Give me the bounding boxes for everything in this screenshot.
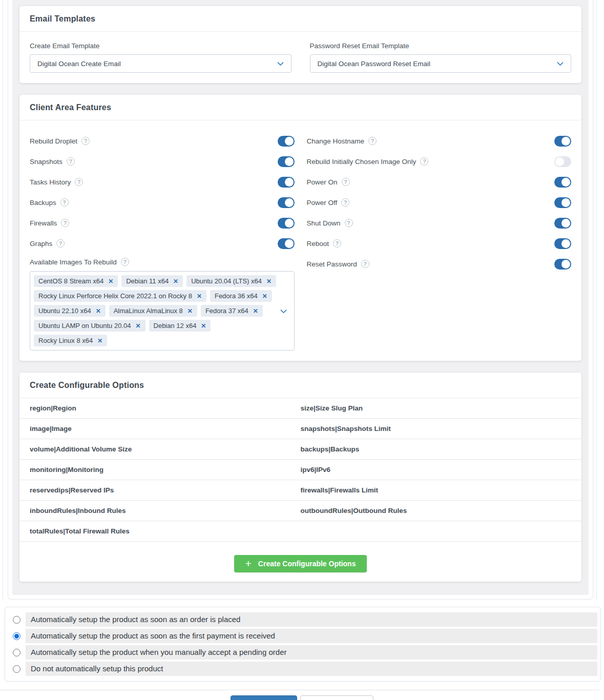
configurable-options-rows: region|Region size|Size Slug Plan image|… [19, 398, 581, 542]
cancel-changes-button[interactable]: Cancel Changes [300, 695, 373, 700]
toggle-change-hostname[interactable] [554, 136, 571, 147]
remove-tag-icon[interactable]: ✕ [253, 308, 258, 314]
select-password-reset-email-template[interactable]: Digital Ocean Password Reset Email [310, 54, 572, 73]
remove-tag-icon[interactable]: ✕ [97, 338, 102, 344]
image-tag: Ubuntu LAMP on Ubuntu 20.04 ✕ [34, 320, 145, 332]
help-icon[interactable]: ? [61, 219, 69, 227]
image-tag-label: Ubuntu LAMP on Ubuntu 20.04 [38, 322, 131, 330]
feature-toggle-row: Tasks History ? [30, 172, 295, 192]
select-create-email-template[interactable]: Digital Ocean Create Email [30, 54, 291, 73]
configurable-option-left: region|Region [30, 398, 301, 418]
image-tag: Fedora 37 x64 ✕ [201, 305, 263, 317]
feature-toggle-row: Power Off ? [307, 192, 572, 213]
help-icon[interactable]: ? [121, 258, 129, 266]
feature-toggle-row: Firewalls ? [30, 213, 295, 233]
help-icon[interactable]: ? [75, 178, 83, 186]
remove-tag-icon[interactable]: ✕ [262, 293, 267, 299]
image-tag: Ubuntu 20.04 (LTS) x64 ✕ [186, 275, 276, 287]
feature-toggle-row: Reboot ? [307, 233, 572, 254]
help-icon[interactable]: ? [56, 239, 65, 248]
configurable-option-row: totalRules|Total Firewall Rules [19, 521, 581, 542]
field-label: Create Email Template [30, 42, 291, 50]
configurable-option-right: backups|Backups [301, 439, 572, 459]
radio-button[interactable] [13, 616, 20, 624]
create-configurable-options-label: Create Configurable Options [258, 560, 356, 568]
module-background: Email Templates Create Email Template Di… [12, 0, 589, 595]
toggle-tasks-history[interactable] [278, 177, 295, 188]
remove-tag-icon[interactable]: ✕ [96, 308, 101, 314]
feature-label: Backups [30, 199, 56, 207]
toggle-snapshots[interactable] [278, 156, 295, 167]
help-icon[interactable]: ? [341, 198, 349, 207]
available-images-multiselect[interactable]: CentOS 8 Stream x64 ✕ Debian 11 x64 ✕ Ub… [30, 271, 295, 351]
feature-label: Change Hostname [307, 137, 365, 145]
toggle-firewalls[interactable] [278, 218, 295, 229]
toggle-shut-down[interactable] [554, 218, 571, 229]
auto-setup-option-label[interactable]: Automatically setup the product as soon … [26, 629, 597, 643]
radio-button[interactable] [13, 665, 20, 673]
image-tag-label: Rocky Linux 8 x64 [38, 337, 93, 344]
features-col-right: Change Hostname ? Rebuild Initially Chos… [307, 131, 572, 351]
configurable-option-left: reservedips|Reserved IPs [30, 480, 301, 500]
help-icon[interactable]: ? [345, 219, 353, 227]
configurable-option-right: outboundRules|Outbound Rules [301, 501, 572, 521]
toggle-power-on[interactable] [554, 177, 571, 188]
remove-tag-icon[interactable]: ✕ [197, 293, 202, 299]
configurable-option-row: reservedips|Reserved IPs firewalls|Firew… [19, 480, 581, 501]
remove-tag-icon[interactable]: ✕ [266, 278, 272, 284]
toggle-reboot[interactable] [554, 238, 571, 249]
remove-tag-icon[interactable]: ✕ [188, 308, 193, 314]
help-icon[interactable]: ? [81, 137, 90, 145]
help-icon[interactable]: ? [361, 260, 369, 268]
help-icon[interactable]: ? [333, 239, 341, 248]
remove-tag-icon[interactable]: ✕ [173, 278, 178, 284]
save-changes-button[interactable]: Save Changes [231, 695, 297, 700]
remove-tag-icon[interactable]: ✕ [135, 323, 140, 329]
feature-toggle-row: Reset Password ? [307, 254, 572, 274]
toggle-power-off[interactable] [554, 197, 571, 208]
select-value: Digital Ocean Create Email [37, 60, 121, 68]
help-icon[interactable]: ? [368, 137, 377, 145]
help-icon[interactable]: ? [60, 198, 69, 207]
configurable-option-left: inboundRules|Inbound Rules [30, 501, 301, 521]
image-tag-label: Debian 12 x64 [154, 322, 197, 330]
toggle-backups[interactable] [278, 197, 295, 208]
image-tag: Ubuntu 22.10 x64 ✕ [34, 305, 106, 317]
configurable-option-right: firewalls|Firewalls Limit [301, 480, 572, 500]
auto-setup-option[interactable]: Do not automatically setup this product [8, 662, 597, 676]
configurable-option-right: size|Size Slug Plan [301, 398, 572, 418]
auto-setup-option-label[interactable]: Automatically setup the product when you… [26, 645, 597, 660]
feature-toggle-row: Backups ? [30, 192, 295, 213]
plus-icon: + [245, 558, 252, 569]
feature-label: Power Off [307, 199, 338, 207]
auto-setup-option[interactable]: Automatically setup the product as soon … [8, 612, 597, 627]
feature-label: Tasks History [30, 178, 71, 186]
image-tag: Fedora 36 x64 ✕ [210, 290, 272, 302]
available-images-tags: CentOS 8 Stream x64 ✕ Debian 11 x64 ✕ Ub… [34, 275, 277, 346]
section-email-templates: Email Templates Create Email Template Di… [19, 6, 581, 83]
help-icon[interactable]: ? [420, 157, 428, 166]
help-icon[interactable]: ? [342, 178, 350, 186]
client-area-features-title: Client Area Features [19, 95, 581, 120]
auto-setup-option[interactable]: Automatically setup the product as soon … [8, 629, 597, 643]
auto-setup-option[interactable]: Automatically setup the product when you… [8, 645, 597, 660]
radio-button[interactable] [13, 649, 20, 656]
create-configurable-options-button[interactable]: + Create Configurable Options [234, 555, 367, 572]
toggle-reset-password[interactable] [554, 259, 571, 270]
feature-toggle-row: Shut Down ? [307, 213, 572, 233]
configurable-option-left: totalRules|Total Firewall Rules [30, 521, 301, 541]
remove-tag-icon[interactable]: ✕ [201, 323, 206, 329]
help-icon[interactable]: ? [67, 157, 75, 166]
toggle-rebuild-initially-chosen-image-only[interactable] [554, 156, 571, 167]
toggle-graphs[interactable] [278, 238, 295, 249]
auto-setup-option-label[interactable]: Automatically setup the product as soon … [26, 612, 597, 627]
feature-label: Reset Password [307, 260, 357, 268]
remove-tag-icon[interactable]: ✕ [108, 278, 113, 284]
radio-button[interactable] [13, 632, 20, 640]
toggle-rebuild-droplet[interactable] [278, 136, 295, 147]
available-images-label-row: Available Images To Rebuild ? [30, 258, 295, 266]
auto-setup-option-label[interactable]: Do not automatically setup this product [26, 662, 597, 676]
select-value: Digital Ocean Password Reset Email [318, 60, 431, 68]
image-tag-label: Ubuntu 22.10 x64 [38, 307, 91, 315]
chevron-down-icon [277, 59, 284, 66]
